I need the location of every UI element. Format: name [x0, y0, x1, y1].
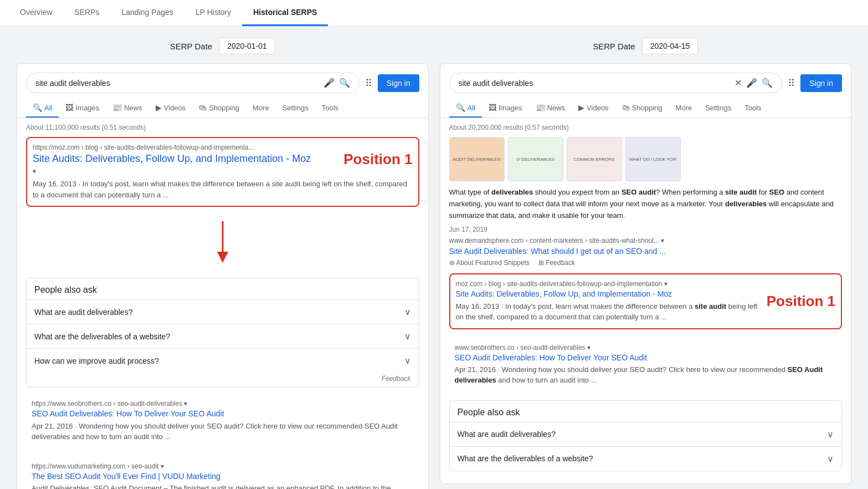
- left-result-3: https://www.vudumarketing.com › seo-audi…: [26, 457, 419, 489]
- serp-columns: SERP Date 2020-01-01 site audit delivera…: [17, 38, 851, 489]
- right-nav-shopping[interactable]: 🛍 Shopping: [615, 99, 669, 118]
- right-search-text: site audit deliverables: [459, 79, 533, 88]
- featured-img-1: AUDIT DELIVERABLES: [449, 137, 505, 181]
- right-nav-news[interactable]: 📰 News: [529, 99, 572, 118]
- left-g-nav: 🔍 All 🖼 Images 📰 News ▶ Videos 🛍 Shoppin…: [17, 99, 428, 118]
- left-position1-result: https://moz.com › blog › site-audits-del…: [26, 137, 419, 207]
- right-search-input[interactable]: site audit deliverables ✕ 🎤 🔍: [449, 73, 783, 93]
- right-date-header: SERP Date 2020-04-15: [440, 38, 852, 54]
- left-r3-snippet: Audit Deliverables. SEO Audit Document –…: [32, 483, 414, 489]
- left-r2-title[interactable]: SEO Audit Deliverables: How To Deliver Y…: [32, 409, 414, 419]
- left-pos1-wrapper: https://moz.com › blog › site-audits-del…: [33, 144, 413, 175]
- position-arrow: [26, 216, 419, 271]
- right-mic-icon[interactable]: 🎤: [746, 78, 757, 88]
- chevron-icon-1: ∨: [404, 331, 411, 342]
- left-pos1-snippet: May 16, 2013 · In today's post, learn wh…: [33, 179, 413, 200]
- snippet-feedback[interactable]: ⊞ Feedback: [538, 259, 575, 267]
- right-search-bar: site audit deliverables ✕ 🎤 🔍 ⠿ Sign in: [440, 64, 851, 99]
- right-result-2: www.seobrothers.co › seo-audit-deliverab…: [449, 338, 843, 391]
- left-paa-item-2[interactable]: How can we improve audit process? ∨: [27, 348, 419, 373]
- right-nav-all[interactable]: 🔍 All: [449, 99, 482, 118]
- left-date-header: SERP Date 2020-01-01: [17, 38, 429, 54]
- nav-shopping[interactable]: 🛍 Shopping: [192, 99, 246, 118]
- right-nav-more[interactable]: More: [669, 99, 699, 118]
- nav-tools[interactable]: Tools: [315, 99, 345, 118]
- right-pos1-title[interactable]: Site Audits: Deliverables, Follow Up, an…: [456, 289, 758, 299]
- left-position1-label: Position 1: [335, 151, 412, 168]
- left-google-serp: site audit deliverables 🎤 🔍 ⠿ Sign in 🔍 …: [17, 63, 429, 489]
- right-chevron-icon-1: ∨: [827, 454, 834, 464]
- right-r2-title[interactable]: SEO Audit Deliverables: How To Deliver Y…: [455, 353, 837, 363]
- left-paa-feedback: Feedback: [27, 373, 419, 387]
- right-paa-item-0[interactable]: What are audit deliverables? ∨: [450, 422, 842, 446]
- left-search-input[interactable]: site audit deliverables 🎤 🔍: [26, 73, 359, 93]
- left-paa-item-1[interactable]: What are the deliverables of a website? …: [27, 324, 419, 348]
- nav-more[interactable]: More: [246, 99, 276, 118]
- featured-images-row: AUDIT DELIVERABLES ⊙ DELIVERABLES COMMON…: [449, 137, 843, 181]
- right-date-label: SERP Date: [593, 42, 635, 51]
- tab-lp-history[interactable]: LP History: [184, 0, 242, 26]
- left-pos1-content: https://moz.com › blog › site-audits-del…: [33, 144, 335, 175]
- clear-icon[interactable]: ✕: [735, 78, 742, 88]
- right-paa-item-1[interactable]: What are the deliverables of a website? …: [450, 446, 842, 471]
- right-featured-snippet: What type of deliverables should you exp…: [449, 187, 843, 267]
- right-nav-videos[interactable]: ▶ Videos: [572, 99, 615, 118]
- right-pos1-url: moz.com › blog › site-audits-deliverable…: [456, 280, 758, 288]
- right-snippet-link[interactable]: Site Audit Deliverables: What should I g…: [449, 247, 666, 256]
- right-featured-snippet-text: What type of deliverables should you exp…: [449, 187, 843, 221]
- right-sign-in-button[interactable]: Sign in: [800, 74, 842, 92]
- left-pos1-url: https://moz.com › blog › site-audits-del…: [33, 144, 335, 151]
- nav-videos[interactable]: ▶ Videos: [149, 99, 193, 118]
- right-paa-box: People also ask What are audit deliverab…: [449, 400, 843, 471]
- right-search-magnifier-icon[interactable]: 🔍: [762, 78, 773, 88]
- right-snippet-date: Jun 17, 2019: [449, 226, 843, 233]
- left-pos1-title[interactable]: Site Audits: Deliverables, Follow Up, an…: [33, 152, 335, 165]
- left-r3-url: https://www.vudumarketing.com › seo-audi…: [32, 462, 414, 470]
- left-search-text: site audit deliverables: [35, 79, 110, 88]
- right-results: About 20,200,000 results (0.57 seconds) …: [440, 118, 851, 483]
- search-magnifier-icon[interactable]: 🔍: [339, 78, 350, 88]
- right-r2-snippet: Apr 21, 2016 · Wondering how you should …: [455, 364, 837, 386]
- right-position1-label: Position 1: [758, 293, 835, 310]
- left-paa-box: People also ask What are audit deliverab…: [26, 278, 419, 388]
- chevron-icon-0: ∨: [404, 307, 411, 317]
- right-paa-title: People also ask: [450, 401, 842, 422]
- right-pos1-wrapper: moz.com › blog › site-audits-deliverable…: [456, 280, 836, 322]
- left-results: About 11,100,000 results (0.51 seconds) …: [17, 118, 428, 489]
- tab-landing-pages[interactable]: Landing Pages: [110, 0, 184, 26]
- left-r2-url: https://www.seobrothers.co › seo-audit-d…: [32, 400, 414, 407]
- left-r3-title[interactable]: The Best SEO Audit You'll Ever Find | VU…: [32, 471, 414, 481]
- tab-overview[interactable]: Overview: [9, 0, 63, 26]
- right-date-box: 2020-04-15: [642, 38, 698, 54]
- nav-settings[interactable]: Settings: [276, 99, 315, 118]
- left-result-count: About 11,100,000 results (0.51 seconds): [26, 124, 419, 131]
- tab-historical-serps[interactable]: Historical SERPS: [242, 0, 328, 26]
- right-serp-column: SERP Date 2020-04-15 site audit delivera…: [440, 38, 852, 489]
- right-nav-images[interactable]: 🖼 Images: [482, 99, 529, 118]
- nav-all[interactable]: 🔍 All: [26, 99, 59, 118]
- left-r2-snippet: Apr 21, 2016 · Wondering how you should …: [32, 421, 414, 442]
- left-paa-item-0[interactable]: What are audit deliverables? ∨: [27, 299, 419, 324]
- right-snippet-url: www.demandsphere.com › content-marketers…: [449, 237, 843, 244]
- right-result-count: About 20,200,000 results (0.57 seconds): [449, 124, 843, 131]
- tab-serps[interactable]: SERPs: [63, 0, 110, 26]
- left-search-bar: site audit deliverables 🎤 🔍 ⠿ Sign in: [17, 64, 428, 99]
- right-grid-icon: ⠿: [788, 77, 795, 89]
- sign-in-button[interactable]: Sign in: [378, 74, 419, 92]
- tabs-bar: Overview SERPs Landing Pages LP History …: [0, 0, 868, 27]
- right-chevron-icon-0: ∨: [827, 429, 834, 440]
- right-nav-settings[interactable]: Settings: [698, 99, 738, 118]
- left-serp-column: SERP Date 2020-01-01 site audit delivera…: [17, 38, 429, 489]
- right-search-icons: ✕ 🎤 🔍: [735, 78, 773, 88]
- chevron-icon-2: ∨: [404, 355, 411, 366]
- main-content: SERP Date 2020-01-01 site audit delivera…: [0, 27, 868, 489]
- about-featured-snippets[interactable]: ⊛ About Featured Snippets: [449, 259, 530, 267]
- nav-images[interactable]: 🖼 Images: [59, 99, 106, 118]
- featured-img-3: COMMON ERRORS: [567, 137, 622, 181]
- right-pos1-snippet: May 16, 2013 · In today's post, learn wh…: [456, 301, 758, 323]
- right-nav-tools[interactable]: Tools: [738, 99, 768, 118]
- left-result-2: https://www.seobrothers.co › seo-audit-d…: [26, 394, 419, 447]
- nav-news[interactable]: 📰 News: [106, 99, 149, 118]
- microphone-icon[interactable]: 🎤: [323, 78, 335, 88]
- left-paa-title: People also ask: [27, 278, 419, 299]
